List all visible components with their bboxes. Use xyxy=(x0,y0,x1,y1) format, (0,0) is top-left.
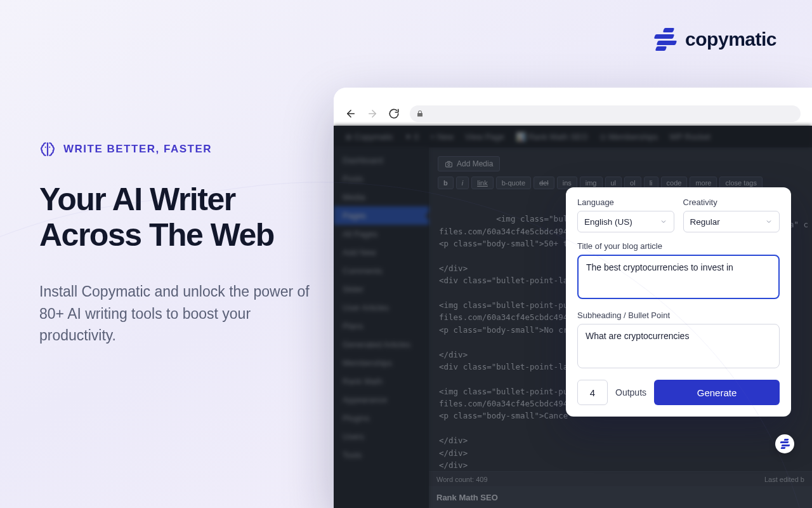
language-label: Language xyxy=(577,197,674,207)
copymatic-badge[interactable] xyxy=(775,434,794,453)
outputs-input[interactable] xyxy=(577,380,608,405)
hero-tagline-text: WRITE BETTER, FASTER xyxy=(63,143,212,156)
title-input[interactable] xyxy=(577,255,780,299)
copymatic-popup: Language English (US) Creativity Regular… xyxy=(566,187,791,417)
hero-section: WRITE BETTER, FASTER Your AI Writer Acro… xyxy=(39,141,331,347)
creativity-value: Regular xyxy=(690,217,720,227)
brand-wordmark: copymatic xyxy=(685,29,776,50)
brand-logo: copymatic xyxy=(653,28,776,51)
hero-title-l1: Your AI Writer xyxy=(39,182,235,217)
hero-subtitle: Install Copymatic and unlock the power o… xyxy=(39,281,331,347)
nav-back-button[interactable] xyxy=(345,108,357,119)
language-value: English (US) xyxy=(584,217,632,227)
subheading-input[interactable] xyxy=(577,324,780,368)
lock-icon xyxy=(416,110,424,117)
nav-forward-button[interactable] xyxy=(367,108,378,119)
hero-title-l2: Across The Web xyxy=(39,217,274,253)
title-label: Title of your blog article xyxy=(577,241,780,251)
language-select[interactable]: English (US) xyxy=(577,211,674,232)
hero-tagline: WRITE BETTER, FASTER xyxy=(39,141,331,157)
subheading-label: Subheading / Bullet Point xyxy=(577,311,780,320)
creativity-label: Creativity xyxy=(683,197,780,207)
chevron-down-icon xyxy=(765,218,773,225)
browser-toolbar xyxy=(334,102,812,126)
hero-title: Your AI Writer Across The Web xyxy=(39,182,331,253)
brain-icon xyxy=(39,141,56,157)
browser-tabbar xyxy=(334,88,812,102)
brand-logo-mark xyxy=(653,28,676,51)
outputs-label: Outputs xyxy=(615,387,646,398)
chevron-down-icon xyxy=(660,218,667,225)
creativity-select[interactable]: Regular xyxy=(683,211,780,232)
address-bar[interactable] xyxy=(410,105,801,122)
brand-logo-mark xyxy=(780,439,790,449)
nav-reload-button[interactable] xyxy=(388,108,400,119)
generate-button[interactable]: Generate xyxy=(654,380,780,405)
